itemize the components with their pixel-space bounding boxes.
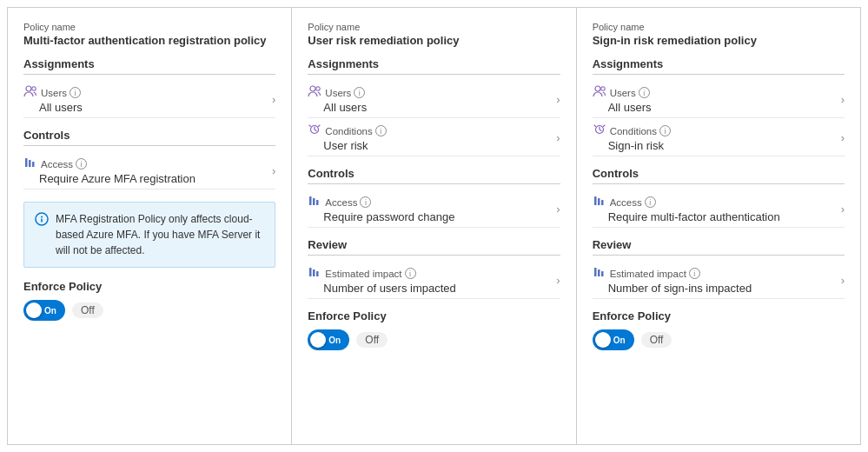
svg-rect-2: [25, 158, 28, 167]
svg-point-17: [595, 86, 600, 91]
toggle-container-3[interactable]: OnOff: [593, 329, 845, 350]
row-value-access2: Require password change: [308, 210, 454, 223]
svg-rect-13: [316, 200, 319, 205]
row-top-label-conditions2: Conditions: [325, 126, 372, 136]
svg-rect-25: [601, 271, 604, 276]
svg-point-1: [32, 87, 36, 90]
users-icon: [593, 85, 606, 100]
svg-point-0: [26, 86, 31, 91]
row-users1[interactable]: Users iAll users›: [23, 80, 275, 118]
row-access1[interactable]: Access iRequire Azure MFA registration›: [23, 151, 275, 189]
row-value-users1: All users: [23, 101, 83, 114]
row-value-estimated2: Number of users impacted: [308, 282, 455, 295]
info-icon-access1[interactable]: i: [76, 158, 87, 170]
toggle-off-label-1[interactable]: Off: [72, 302, 103, 318]
chevron-icon-access1: ›: [272, 164, 275, 177]
row-top-conditions3: Conditions i: [593, 123, 671, 138]
row-left-estimated3: Estimated impact iNumber of sign-ins imp…: [593, 266, 752, 295]
row-top-conditions2: Conditions i: [308, 123, 386, 138]
toggle-on-1[interactable]: On: [23, 300, 65, 321]
panel-2: Policy nameUser risk remediation policyA…: [292, 8, 576, 444]
row-conditions3[interactable]: Conditions iSign-in risk›: [593, 118, 845, 156]
row-top-access2: Access i: [308, 195, 454, 209]
info-box-text: MFA Registration Policy only affects clo…: [56, 211, 264, 258]
svg-rect-11: [309, 196, 312, 205]
row-conditions2[interactable]: Conditions iUser risk›: [308, 118, 560, 156]
section-title-1-2: Controls: [23, 129, 275, 146]
users-icon: [308, 85, 321, 100]
policy-name-label-3: Policy name: [593, 22, 845, 32]
svg-rect-15: [313, 269, 315, 276]
svg-rect-23: [594, 268, 597, 276]
access-icon: [308, 195, 321, 209]
toggle-thumb: [26, 302, 42, 318]
row-top-label-access2: Access: [325, 197, 357, 208]
row-top-estimated2: Estimated impact i: [308, 266, 455, 281]
policy-name-label-1: Policy name: [23, 22, 275, 32]
enforce-policy-label-2: Enforce Policy: [308, 309, 560, 322]
row-access2[interactable]: Access iRequire password change›: [308, 189, 560, 228]
row-left-estimated2: Estimated impact iNumber of users impact…: [308, 266, 455, 295]
section-title-1-1: Assignments: [23, 57, 275, 75]
toggle-on-3[interactable]: On: [593, 329, 634, 350]
row-top-access3: Access i: [593, 195, 780, 209]
toggle-on-label-1: On: [44, 306, 56, 316]
toggle-container-2[interactable]: OnOff: [308, 329, 560, 350]
access-icon: [593, 195, 606, 209]
info-icon-users1[interactable]: i: [70, 87, 81, 98]
row-value-users2: All users: [308, 101, 367, 114]
section-title-3-3: Review: [593, 238, 845, 256]
row-users2[interactable]: Users iAll users›: [308, 80, 560, 118]
info-icon-users2[interactable]: i: [354, 87, 365, 98]
row-estimated2[interactable]: Estimated impact iNumber of users impact…: [308, 261, 560, 299]
info-icon-access2[interactable]: i: [360, 196, 371, 208]
toggle-on-label-2: On: [328, 336, 341, 345]
info-icon-conditions2[interactable]: i: [375, 125, 387, 136]
row-left-users1: Users iAll users: [23, 85, 83, 114]
toggle-off-label-2[interactable]: Off: [356, 332, 388, 348]
users-icon: [23, 85, 37, 100]
toggle-on-2[interactable]: On: [308, 329, 349, 350]
row-top-users1: Users i: [23, 85, 83, 100]
enforce-policy-section-1: Enforce PolicyOnOff: [23, 280, 275, 321]
svg-rect-20: [594, 196, 597, 205]
info-box-1: MFA Registration Policy only affects clo…: [23, 202, 275, 268]
chevron-icon-users2: ›: [556, 93, 560, 106]
row-top-label-users3: Users: [610, 88, 636, 98]
svg-rect-4: [32, 162, 35, 167]
policy-name-value-3: Sign-in risk remediation policy: [593, 34, 845, 47]
row-estimated3[interactable]: Estimated impact iNumber of sign-ins imp…: [593, 261, 845, 299]
chevron-icon-access3: ›: [841, 203, 845, 216]
enforce-policy-section-2: Enforce PolicyOnOff: [308, 309, 560, 350]
row-top-users3: Users i: [593, 85, 652, 100]
svg-rect-21: [598, 198, 600, 205]
row-left-users3: Users iAll users: [593, 85, 652, 114]
info-icon-estimated3[interactable]: i: [689, 268, 700, 279]
estimated-icon: [593, 266, 606, 281]
row-top-label-access1: Access: [41, 159, 73, 170]
svg-rect-12: [313, 198, 315, 205]
info-icon-users3[interactable]: i: [639, 87, 650, 98]
row-top-label-users1: Users: [41, 88, 67, 98]
toggle-container-1[interactable]: OnOff: [23, 300, 275, 321]
section-title-2-3: Review: [308, 238, 560, 256]
row-access3[interactable]: Access iRequire multi-factor authenticat…: [593, 189, 845, 228]
row-value-access3: Require multi-factor authentication: [593, 210, 780, 223]
row-left-users2: Users iAll users: [308, 85, 367, 114]
conditions-icon: [593, 123, 606, 138]
row-users3[interactable]: Users iAll users›: [593, 80, 845, 118]
enforce-policy-label-1: Enforce Policy: [23, 280, 275, 293]
conditions-icon: [308, 123, 321, 138]
row-left-access3: Access iRequire multi-factor authenticat…: [593, 195, 780, 223]
svg-rect-14: [309, 268, 312, 276]
toggle-off-label-3[interactable]: Off: [641, 332, 673, 348]
info-icon-estimated2[interactable]: i: [405, 268, 416, 279]
row-value-estimated3: Number of sign-ins impacted: [593, 282, 752, 295]
estimated-icon: [308, 266, 321, 281]
row-top-label-users2: Users: [325, 88, 351, 98]
info-icon-conditions3[interactable]: i: [659, 125, 671, 136]
info-icon-access3[interactable]: i: [645, 196, 656, 208]
row-top-access1: Access i: [23, 156, 195, 171]
row-left-conditions2: Conditions iUser risk: [308, 123, 386, 152]
row-top-label-conditions3: Conditions: [610, 126, 657, 136]
